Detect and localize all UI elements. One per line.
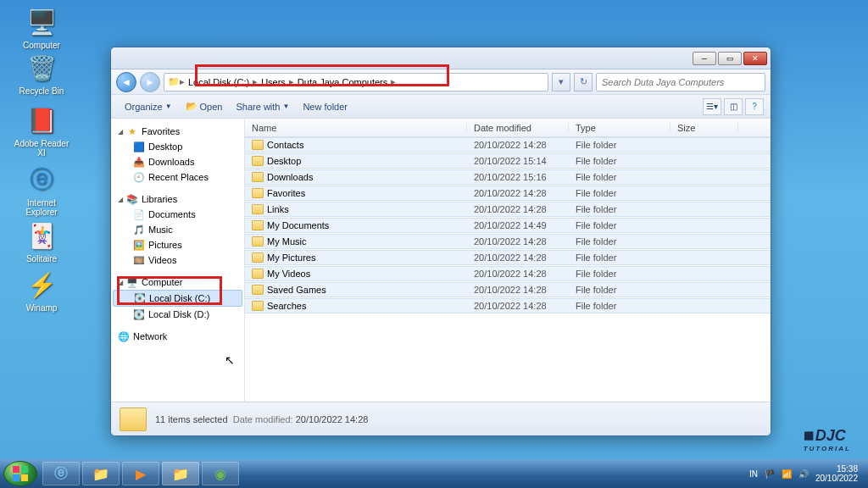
table-row[interactable]: Downloads20/10/2022 15:16File folder	[245, 169, 771, 185]
video-icon: 🎞️	[133, 254, 145, 266]
sidebar: ◢★Favorites 🟦Desktop 📥Downloads 🕘Recent …	[111, 119, 245, 402]
sidebar-item-downloads[interactable]: 📥Downloads	[111, 154, 244, 169]
col-date[interactable]: Date modified	[467, 123, 569, 133]
table-row[interactable]: My Videos20/10/2022 14:28File folder	[245, 266, 771, 281]
svg-rect-2	[13, 474, 19, 481]
maximize-button[interactable]: ▭	[718, 52, 742, 65]
table-row[interactable]: My Pictures20/10/2022 14:28File folder	[245, 250, 771, 265]
tray-lang[interactable]: IN	[749, 469, 758, 479]
tray-network-icon[interactable]: 📶	[782, 469, 792, 479]
start-button[interactable]	[3, 461, 37, 486]
file-date: 20/10/2022 14:28	[467, 269, 569, 279]
forward-button[interactable]: ►	[140, 72, 160, 92]
organize-button[interactable]: Organize ▼	[118, 98, 179, 115]
sidebar-head-favorites[interactable]: ◢★Favorites	[111, 124, 244, 139]
table-row[interactable]: Desktop20/10/2022 15:14File folder	[245, 153, 771, 169]
computer-icon: 🖥️	[126, 276, 138, 288]
task-camtasia[interactable]: ◉	[202, 462, 239, 485]
folder-icon	[252, 236, 264, 247]
file-name: Desktop	[267, 156, 301, 166]
file-name: My Music	[267, 236, 306, 247]
cards-icon: 🃏	[25, 219, 58, 252]
explorer-window: ─ ▭ ✕ ◄ ► 📁 ▸ Local Disk (C:) ▸ Users ▸ …	[110, 47, 771, 436]
sidebar-item-documents[interactable]: 📄Documents	[111, 207, 244, 222]
folder-icon	[252, 140, 264, 150]
sidebar-item-disk-d[interactable]: 💽Local Disk (D:)	[111, 307, 244, 322]
navbar: ◄ ► 📁 ▸ Local Disk (C:) ▸ Users ▸ Duta J…	[111, 69, 771, 95]
desktop-icon-solitaire[interactable]: 🃏Solitaire	[12, 219, 71, 263]
task-ie[interactable]: ⓔ	[42, 462, 80, 485]
task-mediaplayer[interactable]: ▶	[122, 462, 159, 485]
sidebar-head-network[interactable]: 🌐Network	[111, 329, 244, 344]
desktop-icon-computer[interactable]: 🖥️Computer	[12, 5, 71, 50]
file-type: File folder	[569, 188, 670, 198]
tray-flag-icon[interactable]: 🏴	[765, 469, 775, 479]
file-list: Name Date modified Type Size Contacts20/…	[245, 119, 771, 402]
tray-volume-icon[interactable]: 🔊	[798, 469, 809, 479]
close-button[interactable]: ✕	[743, 52, 767, 65]
table-row[interactable]: Saved Games20/10/2022 14:28File folder	[245, 282, 771, 297]
file-date: 20/10/2022 14:28	[467, 140, 569, 150]
titlebar[interactable]: ─ ▭ ✕	[111, 47, 771, 69]
crumb[interactable]: Users	[258, 77, 289, 87]
sidebar-item-disk-c[interactable]: 💽Local Disk (C:)	[113, 290, 242, 307]
open-button[interactable]: 📂Open	[179, 97, 230, 116]
file-date: 20/10/2022 14:28	[467, 285, 569, 295]
address-bar[interactable]: 📁 ▸ Local Disk (C:) ▸ Users ▸ Duta Jaya …	[164, 73, 548, 92]
desktop-icon-ie[interactable]: ⓔInternet Explorer	[12, 163, 71, 217]
tray-clock[interactable]: 15:3820/10/2022	[815, 464, 858, 483]
help-button[interactable]: ?	[745, 98, 764, 115]
chevron-down-icon: ▼	[165, 103, 172, 110]
file-name: Contacts	[267, 140, 303, 150]
search-input[interactable]	[596, 73, 765, 92]
document-icon: 📄	[133, 208, 145, 220]
folder-icon	[252, 301, 264, 311]
table-row[interactable]: Contacts20/10/2022 14:28File folder	[245, 137, 771, 152]
system-tray[interactable]: IN 🏴 📶 🔊 15:3820/10/2022	[749, 464, 865, 483]
task-explorer[interactable]: 📁	[82, 462, 120, 485]
desktop-icon-winamp[interactable]: ⚡Winamp	[12, 268, 71, 313]
crumb[interactable]: Local Disk (C:)	[185, 77, 253, 87]
col-size[interactable]: Size	[670, 123, 738, 133]
table-row[interactable]: Favorites20/10/2022 14:28File folder	[245, 186, 771, 201]
svg-rect-3	[21, 474, 28, 481]
task-explorer-active[interactable]: 📁	[162, 462, 199, 485]
refresh-button[interactable]: ↻	[574, 73, 593, 92]
col-name[interactable]: Name	[245, 123, 467, 133]
sidebar-head-libraries[interactable]: ◢📚Libraries	[111, 191, 244, 207]
table-row[interactable]: Searches20/10/2022 14:28File folder	[245, 298, 771, 313]
picture-icon: 🖼️	[133, 239, 145, 251]
desktop-icon-recyclebin[interactable]: 🗑️Recycle Bin	[12, 51, 71, 96]
newfolder-button[interactable]: New folder	[296, 98, 354, 115]
view-menu-button[interactable]: ☰▾	[703, 98, 721, 115]
sidebar-item-pictures[interactable]: 🖼️Pictures	[111, 237, 244, 252]
sidebar-item-music[interactable]: 🎵Music	[111, 222, 244, 237]
share-button[interactable]: Share with ▼	[229, 98, 296, 115]
label: Winamp	[12, 303, 71, 313]
sidebar-item-recent[interactable]: 🕘Recent Places	[111, 169, 244, 185]
crumb[interactable]: Duta Jaya Computers	[294, 77, 391, 87]
preview-pane-button[interactable]: ◫	[724, 98, 743, 115]
file-type: File folder	[569, 269, 670, 279]
file-date: 20/10/2022 14:28	[467, 252, 569, 263]
file-date: 20/10/2022 14:49	[467, 220, 569, 230]
table-row[interactable]: My Documents20/10/2022 14:49File folder	[245, 218, 771, 233]
file-date: 20/10/2022 14:28	[467, 301, 569, 311]
back-button[interactable]: ◄	[116, 72, 136, 92]
table-row[interactable]: My Music20/10/2022 14:28File folder	[245, 234, 771, 249]
file-type: File folder	[569, 140, 670, 150]
taskbar: ⓔ 📁 ▶ 📁 ◉ IN 🏴 📶 🔊 15:3820/10/2022	[0, 459, 868, 488]
sidebar-head-computer[interactable]: ◢🖥️Computer	[111, 274, 244, 290]
down-history-button[interactable]: ▾	[552, 73, 570, 92]
table-row[interactable]: Links20/10/2022 14:28File folder	[245, 202, 771, 217]
file-type: File folder	[569, 252, 670, 263]
minimize-button[interactable]: ─	[693, 52, 716, 65]
file-name: Favorites	[267, 188, 305, 198]
folder-icon	[252, 220, 264, 230]
file-name: Searches	[267, 301, 306, 311]
desktop-icon-adobe[interactable]: 📕Adobe Reader XI	[12, 103, 71, 158]
status-date-value: 20/10/2022 14:28	[296, 414, 369, 424]
sidebar-item-videos[interactable]: 🎞️Videos	[111, 252, 244, 268]
sidebar-item-desktop[interactable]: 🟦Desktop	[111, 139, 244, 154]
col-type[interactable]: Type	[569, 123, 670, 133]
